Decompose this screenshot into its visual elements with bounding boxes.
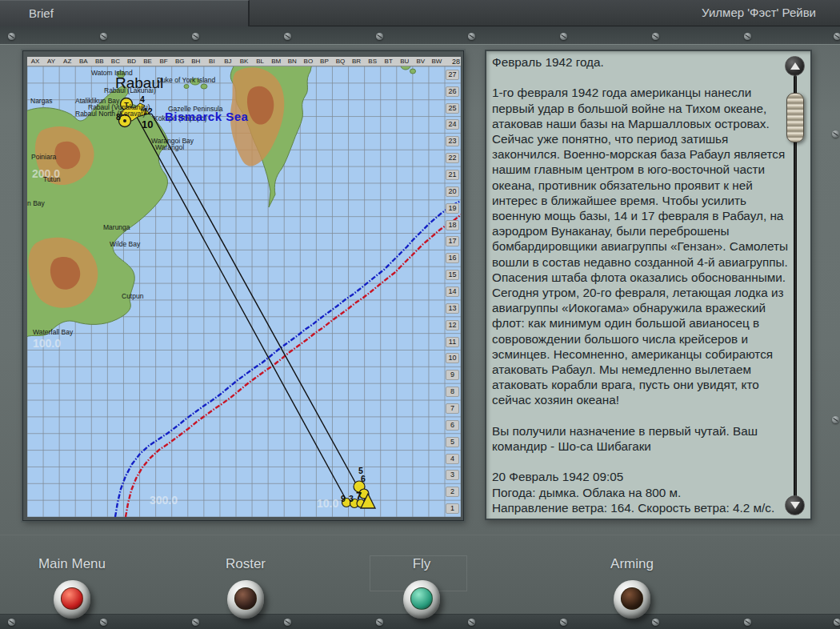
map-place-label: Nargas — [30, 97, 52, 105]
fly-button[interactable] — [403, 580, 440, 619]
briefing-text: Февраль 1942 года. 1-го февраля 1942 год… — [492, 54, 791, 517]
map-place-label: Cutpun — [122, 292, 143, 300]
map-place-label: Tutun — [43, 175, 60, 183]
screw-icon — [468, 33, 475, 40]
map-row-5: 5 — [446, 437, 459, 447]
screw-icon — [560, 33, 567, 40]
island — [410, 69, 416, 74]
unit-dot — [123, 119, 126, 122]
screw-icon — [744, 619, 751, 626]
screw-icon — [744, 33, 751, 40]
map-col-bl: BL — [252, 58, 268, 66]
map-place-label: Rabaul (Lakunai) — [104, 86, 156, 94]
main-menu-button-group: Main Menu — [8, 556, 136, 619]
map-row-9: 9 — [446, 370, 459, 380]
unit-count-label: 6 — [361, 474, 366, 483]
map-row-11: 11 — [446, 337, 459, 347]
map-col-bi: BI — [204, 58, 220, 66]
map-row-10: 10 — [446, 353, 459, 363]
scroll-up-button[interactable] — [785, 56, 805, 76]
screw-icon — [560, 619, 567, 626]
screw-icon — [376, 619, 383, 626]
screw-icon — [834, 33, 840, 40]
screw-icon — [8, 33, 15, 40]
map-row-8: 8 — [446, 387, 459, 397]
screw-icon — [652, 619, 659, 626]
arming-label: Arming — [568, 556, 696, 572]
map-place-label: Warangol — [155, 143, 184, 151]
screw-icon — [8, 619, 15, 626]
roster-label: Roster — [182, 556, 310, 572]
map-col-bc: BC — [107, 58, 123, 66]
main-menu-button-dome[interactable] — [61, 587, 83, 610]
map-row-16: 16 — [446, 253, 459, 263]
screw-icon — [652, 33, 659, 40]
screw-icon — [376, 33, 383, 40]
map-row-7: 7 — [446, 403, 459, 414]
top-bar: Brief Уилмер 'Фэст' Рейви — [0, 0, 840, 26]
unit-count-label: 12 — [143, 106, 153, 116]
arrow-down-icon — [790, 502, 800, 509]
tab-brief[interactable]: Brief — [0, 0, 250, 26]
unit-count-label: 4 — [140, 94, 145, 104]
screw-icon — [832, 130, 839, 138]
panel-trim-top — [0, 26, 840, 45]
map-col-bm: BM — [268, 58, 284, 66]
arrow-up-icon — [790, 62, 800, 70]
map-col-bk: BK — [236, 58, 252, 66]
map-row-14: 14 — [446, 286, 459, 297]
arming-button[interactable] — [614, 580, 650, 619]
map-col-be: BE — [140, 58, 156, 66]
map-place-label: Poiniara — [31, 153, 56, 161]
map-row-21: 21 — [446, 170, 459, 180]
arming-button-dome[interactable] — [621, 587, 643, 610]
screw-icon — [284, 619, 291, 626]
map-col-bg: BG — [172, 58, 188, 66]
map-col-bp: BP — [316, 58, 332, 66]
screw-icon — [192, 33, 199, 40]
screw-icon — [834, 619, 840, 626]
map-frame: T AXAYAZBABBBCBDBEBFBGBHBIBJBKBLBMBNBOBP… — [22, 50, 464, 521]
map-col-az: AZ — [59, 58, 75, 66]
scroll-down-button[interactable] — [785, 495, 805, 515]
screw-icon — [468, 619, 475, 626]
map-place-label: Duke of York Island — [157, 76, 215, 84]
briefing-screen: Brief Уилмер 'Фэст' Рейви — [0, 0, 840, 629]
main-menu-button[interactable] — [54, 580, 90, 619]
screw-icon — [100, 33, 107, 40]
map-row-13: 13 — [446, 303, 459, 314]
scrollbar-thumb[interactable] — [786, 93, 804, 142]
map-col-bj: BJ — [220, 58, 236, 66]
map-grid-columns: AXAYAZBABBBCBDBEBFBGBHBIBJBKBLBMBNBOBPBQ… — [27, 57, 461, 66]
map-col-bf: BF — [156, 58, 172, 66]
fly-button-dome[interactable] — [410, 587, 433, 610]
map-place-label: Open Bay — [27, 199, 45, 207]
map-row-4: 4 — [446, 454, 459, 464]
map-row-23: 23 — [446, 136, 459, 146]
map-row-3: 3 — [446, 470, 459, 480]
map-row-25: 25 — [446, 103, 459, 114]
fly-button-group: Fly — [358, 556, 486, 619]
map-col-ba: BA — [75, 58, 91, 66]
unit-count-label: 9 — [341, 494, 346, 503]
panel-seam — [0, 535, 840, 535]
unit-count-label: 3 — [349, 494, 354, 503]
roster-button[interactable] — [227, 580, 264, 619]
roster-button-dome[interactable] — [234, 587, 257, 610]
roster-button-group: Roster — [182, 556, 310, 619]
map-col-bd: BD — [123, 58, 139, 66]
map-canvas: T — [27, 57, 461, 517]
screw-icon — [284, 33, 291, 40]
map-row-1: 1 — [446, 503, 459, 514]
map-place-label: Rabaul North (Keravat) — [75, 110, 145, 118]
arming-button-group: Arming — [568, 556, 696, 619]
map-row-27: 27 — [446, 70, 459, 80]
unit-count-label: 8 — [116, 112, 121, 122]
briefing-text-panel: Февраль 1942 года. 1-го февраля 1942 год… — [485, 50, 812, 520]
pilot-name: Уилмер 'Фэст' Рейви — [702, 6, 816, 19]
island — [184, 85, 189, 89]
map-row-28: 28 — [452, 58, 460, 66]
screw-icon — [832, 416, 839, 423]
briefing-map[interactable]: T AXAYAZBABBBCBDBEBFBGBHBIBJBKBLBMBNBOBP… — [27, 57, 461, 517]
map-col-bt: BT — [381, 58, 397, 66]
